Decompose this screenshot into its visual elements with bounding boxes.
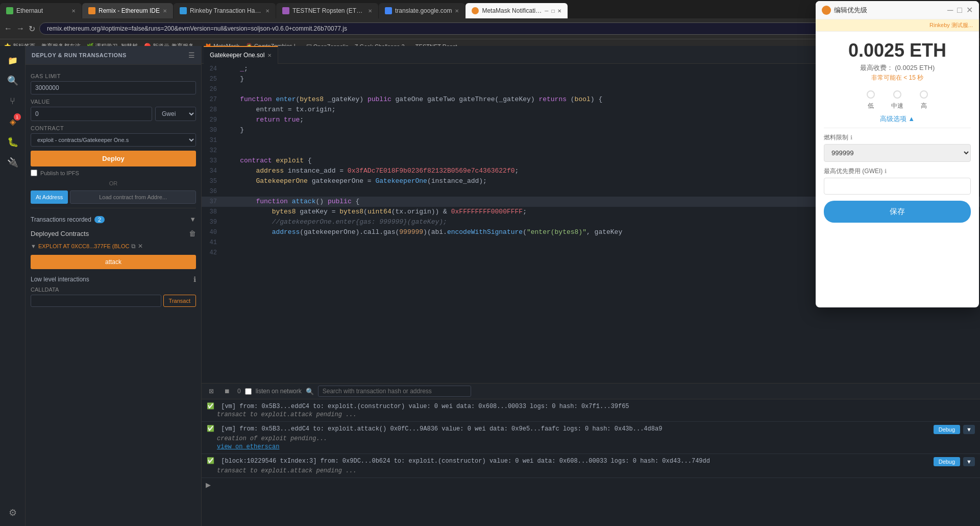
tab-metamask[interactable]: MetaMask Notification ─ □ ✕ xyxy=(465,3,568,18)
sidebar-icon-deploy[interactable]: ◈ 1 xyxy=(4,112,22,131)
search-icon: 🔍 xyxy=(306,388,314,395)
mm-advanced-link[interactable]: 高级选项 ▲ xyxy=(824,114,971,124)
tab-icon-rinkeby xyxy=(180,7,187,14)
calldata-input[interactable] xyxy=(31,295,161,307)
contract-item-name: EXPLOIT AT 0XCC8...377FE (BLOC xyxy=(38,243,130,249)
tab-close-ethernaut[interactable]: ✕ xyxy=(71,8,76,14)
mm-fuel-limit-input[interactable]: 999999 xyxy=(824,144,971,162)
contract-item-copy-icon[interactable]: ⧉ xyxy=(131,243,136,250)
low-level-info-icon[interactable]: ℹ xyxy=(193,275,196,283)
mm-fuel-limit-label: 燃料限制 ℹ xyxy=(824,133,971,142)
transactions-label: Transactions recorded 2 xyxy=(31,216,105,223)
contract-item-expand-icon[interactable]: ▼ xyxy=(31,243,36,249)
attack-button[interactable]: attack xyxy=(31,255,196,269)
deployed-contracts-delete-icon[interactable]: 🗑 xyxy=(189,229,196,237)
deploy-button[interactable]: Deploy xyxy=(31,151,196,166)
tab-icon-remix xyxy=(88,7,95,14)
sidebar-icon-plugin[interactable]: 🔌 xyxy=(4,153,22,172)
mm-divider-1 xyxy=(824,128,971,128)
tab-label-mm: MetaMask Notification xyxy=(482,7,542,14)
debug-arrow-3[interactable]: ▼ xyxy=(963,457,975,466)
mm-save-button[interactable]: 保存 xyxy=(824,201,971,223)
at-address-button[interactable]: At Address xyxy=(31,190,68,204)
line-num-26: 26 xyxy=(202,84,222,94)
tab-testnet[interactable]: TESTNET Ropsten (ETH) Block... ✕ xyxy=(276,3,378,18)
mm-priority-info-icon[interactable]: ℹ xyxy=(885,168,887,175)
debug-button-2[interactable]: Debug xyxy=(934,425,960,434)
sidebar-icon-git[interactable]: ⑂ xyxy=(4,92,22,110)
tab-remix[interactable]: Remix - Ethereum IDE ✕ xyxy=(82,3,173,18)
tab-ethernaut[interactable]: Ethernaut ✕ xyxy=(0,3,82,18)
tab-translate[interactable]: translate.google.com ✕ xyxy=(379,3,465,18)
etherscan-link-2[interactable]: view on etherscan xyxy=(207,443,975,450)
publish-checkbox[interactable] xyxy=(31,170,37,176)
mm-close-btn[interactable]: ✕ xyxy=(966,5,973,15)
transactions-row[interactable]: Transactions recorded 2 ▼ xyxy=(31,212,196,226)
mm-body: 0.0025 ETH 最高收费： (0.0025 ETH) 非常可能在 < 15… xyxy=(816,32,979,307)
listen-label: listen on network xyxy=(256,388,302,395)
mm-speed-high[interactable]: 高 xyxy=(920,90,928,110)
pending-text-3: transact to exploit.attack pending ... xyxy=(207,467,975,474)
mm-radio-low[interactable] xyxy=(867,90,875,99)
line-num-35: 35 xyxy=(202,176,222,186)
load-contract-button[interactable]: Load contract from Addre... xyxy=(70,190,196,204)
editor-tab-gatekeeper[interactable]: Gatekeeper One.sol ✕ xyxy=(204,46,278,64)
tab-rinkeby[interactable]: Rinkeby Transaction Hash (Tx... ✕ xyxy=(174,3,276,18)
contract-label: CONTRACT xyxy=(31,125,196,131)
tab-close-testnet[interactable]: ✕ xyxy=(368,8,372,14)
debug-button-3[interactable]: Debug xyxy=(934,457,960,466)
debug-arrow-2[interactable]: ▼ xyxy=(963,425,975,434)
gas-limit-input[interactable] xyxy=(31,81,196,94)
tab-close-rinkeby[interactable]: ✕ xyxy=(265,8,270,14)
pending-text-2: creation of exploit pending... xyxy=(207,435,975,442)
console-clear-btn[interactable]: ⊠ xyxy=(206,387,217,396)
contract-select[interactable]: exploit - contracts/Gatekeeper One.s xyxy=(31,133,196,147)
success-icon-3: ✅ xyxy=(207,458,214,465)
value-input[interactable] xyxy=(31,107,152,121)
tab-icon-mm xyxy=(472,7,479,14)
tab-label-rinkeby: Rinkeby Transaction Hash (Tx... xyxy=(190,7,262,14)
transact-button[interactable]: Transact xyxy=(163,295,196,307)
sidebar-icon-settings[interactable]: ⚙ xyxy=(4,504,22,522)
publish-row: Publish to IPFS xyxy=(31,170,196,176)
console-search-input[interactable] xyxy=(318,386,471,397)
sidebar-icon-debug[interactable]: 🐛 xyxy=(4,133,22,151)
unit-select[interactable]: Gwei Wei Ether xyxy=(155,107,196,121)
mm-window-controls: ─ □ ✕ xyxy=(947,5,973,15)
tab-close-remix[interactable]: ✕ xyxy=(163,8,167,14)
panel-collapse-btn[interactable]: ☰ xyxy=(188,51,195,59)
publish-label: Publish to IPFS xyxy=(40,170,79,176)
mm-max-priority-input[interactable] xyxy=(824,178,971,195)
forward-button[interactable]: → xyxy=(16,24,24,33)
mm-minimize-btn[interactable]: ─ xyxy=(947,5,953,15)
mm-speed-low[interactable]: 低 xyxy=(867,90,875,110)
console-area: ⊠ ⏹ 0 listen on network 🔍 ✅ [vm] from: 0… xyxy=(202,383,980,526)
tab-close-mm[interactable]: ─ xyxy=(545,8,548,14)
sidebar-icon-search[interactable]: 🔍 xyxy=(4,71,22,90)
editor-tab-close-icon[interactable]: ✕ xyxy=(267,53,272,58)
back-button[interactable]: ← xyxy=(4,24,12,33)
sidebar-icon-files[interactable]: 📁 xyxy=(4,51,22,69)
listen-checkbox[interactable] xyxy=(245,388,252,395)
expand-icon[interactable]: ▶ xyxy=(206,481,211,489)
tab-close-translate[interactable]: ✕ xyxy=(455,8,459,14)
mm-max-fee-value: (0.0025 ETH) xyxy=(895,64,935,71)
mm-radio-high[interactable] xyxy=(920,90,928,99)
line-num-29: 29 xyxy=(202,115,222,125)
line-num-28: 28 xyxy=(202,105,222,115)
tab-close-mm2[interactable]: ✕ xyxy=(557,8,561,14)
console-stop-btn[interactable]: ⏹ xyxy=(221,387,233,396)
mm-fox-icon xyxy=(822,6,831,15)
mm-maximize-btn[interactable]: □ xyxy=(957,5,962,15)
transactions-badge: 2 xyxy=(94,216,105,223)
mm-fuel-info-icon[interactable]: ℹ xyxy=(850,134,852,141)
tab-maximize-mm[interactable]: □ xyxy=(551,8,554,14)
line-num-39: 39 xyxy=(202,217,222,227)
tab-icon-ethernaut xyxy=(6,7,13,14)
mm-network-tag: Rinkeby 测试服... xyxy=(816,19,979,32)
refresh-button[interactable]: ↻ xyxy=(29,24,35,34)
contract-item-close-icon[interactable]: ✕ xyxy=(138,243,143,250)
mm-speed-medium[interactable]: 中速 xyxy=(891,90,903,110)
mm-radio-medium[interactable] xyxy=(893,90,901,99)
terminal-counter: 0 xyxy=(237,388,241,395)
